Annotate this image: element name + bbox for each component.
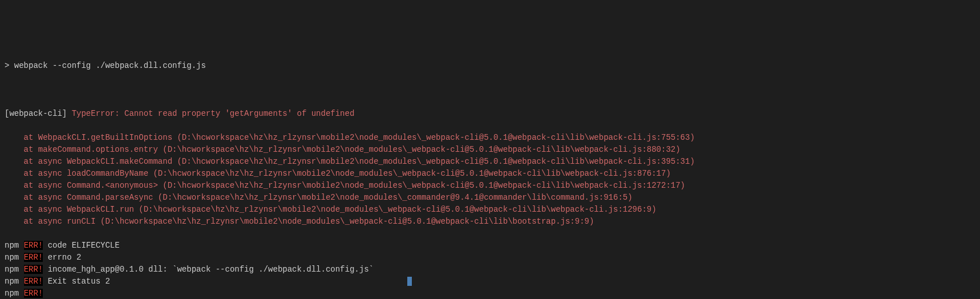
stack-trace-line: at async runCLI (D:\hcworkspace\hz\hz_rl…	[0, 216, 980, 228]
terminal-output[interactable]: > webpack --config ./webpack.dll.config.…	[0, 48, 980, 299]
npm-error-line: npm ERR!	[0, 288, 980, 299]
prompt-symbol: >	[5, 61, 9, 70]
stack-trace-line: at async WebpackCLI.run (D:\hcworkspace\…	[0, 204, 980, 216]
err-label: ERR!	[24, 277, 43, 286]
npm-prefix: npm	[5, 253, 19, 262]
stack-trace-line: at async loadCommandByName (D:\hcworkspa…	[0, 168, 980, 180]
npm-error-message: errno 2	[43, 253, 81, 262]
npm-error-line: npm ERR! Exit status 2	[0, 276, 980, 288]
npm-prefix: npm	[5, 277, 19, 286]
stack-trace-line: at async Command.parseAsync (D:\hcworksp…	[0, 192, 980, 204]
npm-error-line: npm ERR! code ELIFECYCLE	[0, 240, 980, 252]
type-error-message: TypeError: Cannot read property 'getArgu…	[72, 109, 355, 118]
npm-error-line: npm ERR! errno 2	[0, 252, 980, 264]
stack-trace-line: at async Command.<anonymous> (D:\hcworks…	[0, 180, 980, 192]
npm-error-message: code ELIFECYCLE	[43, 241, 119, 250]
npm-prefix: npm	[5, 265, 19, 274]
terminal-cursor	[407, 277, 412, 286]
npm-prefix: npm	[5, 289, 19, 298]
stack-trace-block: at WebpackCLI.getBuiltInOptions (D:\hcwo…	[0, 132, 980, 228]
stack-trace-line: at async WebpackCLI.makeCommand (D:\hcwo…	[0, 156, 980, 168]
err-label: ERR!	[24, 241, 43, 250]
err-label: ERR!	[24, 265, 43, 274]
stack-trace-line: at WebpackCLI.getBuiltInOptions (D:\hcwo…	[0, 132, 980, 144]
npm-error-message: Exit status 2	[43, 277, 110, 286]
webpack-cli-tag: [webpack-cli]	[5, 109, 67, 118]
command-text: webpack --config ./webpack.dll.config.js	[14, 61, 206, 70]
npm-error-block: npm ERR! code ELIFECYCLEnpm ERR! errno 2…	[0, 240, 980, 299]
npm-error-line: npm ERR! income_hgh_app@0.1.0 dll: `webp…	[0, 264, 980, 276]
stack-trace-line: at makeCommand.options.entry (D:\hcworks…	[0, 144, 980, 156]
err-label: ERR!	[24, 253, 43, 262]
webpack-error-header: [webpack-cli] TypeError: Cannot read pro…	[0, 108, 980, 120]
command-line: > webpack --config ./webpack.dll.config.…	[0, 60, 980, 72]
npm-error-message: income_hgh_app@0.1.0 dll: `webpack --con…	[43, 265, 374, 274]
err-label: ERR!	[24, 289, 43, 298]
npm-prefix: npm	[5, 241, 19, 250]
blank-line	[0, 84, 980, 96]
